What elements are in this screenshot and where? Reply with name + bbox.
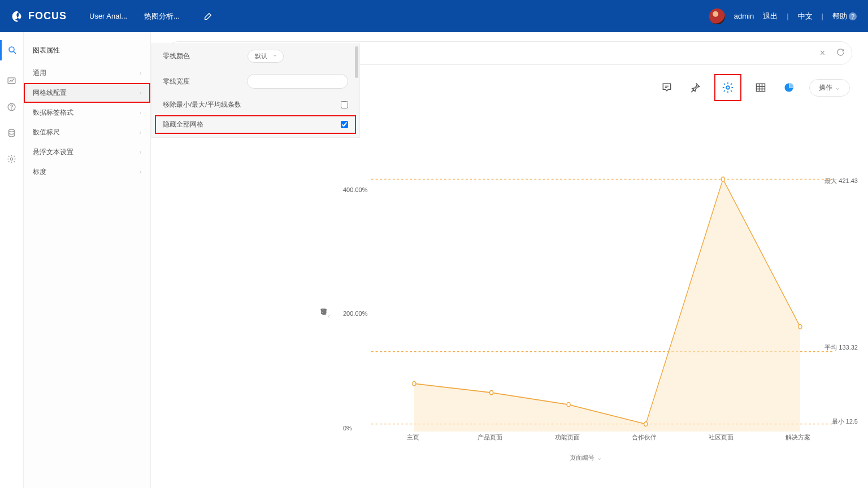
svg-point-7 — [726, 86, 730, 89]
settings-gear-icon[interactable] — [715, 75, 740, 100]
comment-icon[interactable] — [659, 80, 675, 95]
refresh-icon[interactable] — [836, 48, 845, 59]
row-remove-lines: 移除最小/最大/平均线条数 — [151, 94, 359, 115]
x-tick-2: 功能页面 — [555, 433, 580, 442]
search-icon[interactable] — [0, 40, 24, 60]
y-tick-0: 0% — [343, 425, 352, 432]
x-tick-0: 主页 — [407, 433, 419, 442]
data-point[interactable] — [489, 390, 493, 395]
app-header: FOCUS User Anal... 热图分析... admin 退出 | 中文… — [0, 0, 868, 32]
chevron-right-icon: › — [140, 110, 141, 116]
dashboard-icon[interactable] — [6, 75, 18, 86]
x-tick-3: 合作伙伴 — [632, 433, 657, 442]
chevron-right-icon: › — [140, 70, 141, 76]
row-zero-color: 零线颜色 默认 — [151, 44, 359, 68]
pie-chart-icon[interactable] — [781, 80, 797, 95]
zero-color-select[interactable]: 默认 — [248, 50, 284, 63]
y-tick-200: 200.00% — [343, 310, 367, 317]
remove-lines-checkbox[interactable] — [341, 101, 348, 108]
divider: | — [822, 12, 823, 20]
gridline-settings-popover: 零线颜色 默认 零线宽度 移除最小/最大/平均线条数 隐藏全部网格 — [151, 43, 360, 138]
chevron-right-icon: › — [140, 90, 141, 96]
help-link[interactable]: 帮助? — [832, 11, 857, 21]
brand-text: FOCUS — [28, 10, 67, 22]
area-fill — [414, 179, 800, 432]
tab-user-analysis[interactable]: User Anal... — [89, 12, 127, 20]
plot-area — [371, 162, 800, 432]
user-name[interactable]: admin — [734, 12, 754, 20]
annot-max: 最大 421.43 — [824, 176, 858, 185]
data-point[interactable] — [567, 402, 570, 407]
sidebar-item-datalabel[interactable]: 数据标签格式› — [24, 103, 150, 123]
sidebar-item-gridline[interactable]: 网格线配置› — [24, 83, 150, 103]
label-remove-lines: 移除最小/最大/平均线条数 — [163, 100, 329, 110]
sidebar-title: 图表属性 — [24, 46, 150, 63]
annot-avg: 平均 133.32 — [824, 343, 858, 352]
chevron-right-icon: › — [140, 169, 141, 175]
x-tick-5: 解决方案 — [785, 433, 810, 442]
sidebar-item-general[interactable]: 通用› — [24, 63, 150, 83]
data-point[interactable] — [798, 325, 802, 329]
annot-min: 最小 12.5 — [832, 417, 858, 426]
x-tick-1: 产品页面 — [478, 433, 502, 442]
x-tick-4: 社区页面 — [709, 433, 734, 442]
logout-link[interactable]: 退出 — [763, 11, 778, 21]
sidebar-item-scale[interactable]: 数值标尺› — [24, 123, 150, 142]
label-zero-width: 零线宽度 — [163, 77, 236, 86]
chevron-right-icon: › — [140, 149, 141, 155]
left-iconbar — [0, 32, 24, 488]
pin-icon[interactable] — [687, 80, 703, 95]
zero-width-input[interactable] — [247, 74, 348, 89]
svg-point-3 — [11, 108, 12, 109]
sidebar: 图表属性 通用› 网格线配置› 数据标签格式› 数值标尺› 悬浮文本设置› 标度… — [24, 32, 151, 488]
sidebar-item-tooltip[interactable]: 悬浮文本设置› — [24, 142, 150, 162]
gear-icon[interactable] — [6, 153, 18, 164]
sidebar-item-axis[interactable]: 标度› — [24, 162, 150, 182]
avatar[interactable] — [709, 8, 725, 24]
tab-heatmap[interactable]: 热图分析... — [144, 11, 180, 21]
label-hide-grid: 隐藏全部网格 — [163, 120, 329, 129]
header-tabs: User Anal... 热图分析... — [89, 8, 216, 24]
help-circle-icon[interactable] — [6, 101, 18, 112]
edit-icon[interactable] — [200, 8, 216, 24]
x-axis-label[interactable]: 页面编号 ⌄ — [570, 454, 601, 462]
operate-button[interactable]: 操作⌄ — [809, 79, 850, 97]
focus-logo-icon — [11, 10, 24, 23]
close-icon[interactable]: × — [820, 48, 825, 58]
content-area: 页面编号× 点击人数占比× × 零线颜色 默认 零线宽度 移除最小/最大/平均线… — [151, 32, 868, 488]
svg-rect-8 — [757, 84, 765, 91]
y-tick-400: 400.00% — [343, 186, 367, 193]
chevron-right-icon: › — [140, 129, 141, 136]
data-point[interactable] — [413, 381, 416, 386]
header-right: admin 退出 | 中文 | 帮助? — [709, 8, 857, 24]
language-toggle[interactable]: 中文 — [798, 11, 813, 21]
data-point[interactable] — [721, 177, 724, 181]
divider: | — [787, 12, 788, 20]
svg-point-0 — [9, 47, 14, 52]
brand-logo: FOCUS — [11, 10, 67, 23]
table-icon[interactable] — [753, 80, 769, 95]
scrollbar[interactable] — [355, 46, 358, 78]
data-point[interactable] — [644, 422, 648, 426]
help-badge-icon: ? — [849, 12, 857, 20]
label-zero-color: 零线颜色 — [163, 51, 236, 61]
y-axis-label: 点击人数占比总和› — [319, 313, 330, 320]
data-icon[interactable] — [6, 127, 18, 138]
chart-container: 点击人数占比总和› — [320, 162, 851, 471]
svg-point-4 — [9, 129, 15, 132]
hide-grid-checkbox[interactable] — [341, 121, 348, 128]
svg-point-5 — [10, 158, 12, 160]
row-zero-width: 零线宽度 — [151, 68, 359, 94]
row-hide-grid: 隐藏全部网格 — [155, 115, 356, 134]
chevron-icon: › — [328, 313, 330, 320]
chart-svg — [371, 162, 800, 432]
